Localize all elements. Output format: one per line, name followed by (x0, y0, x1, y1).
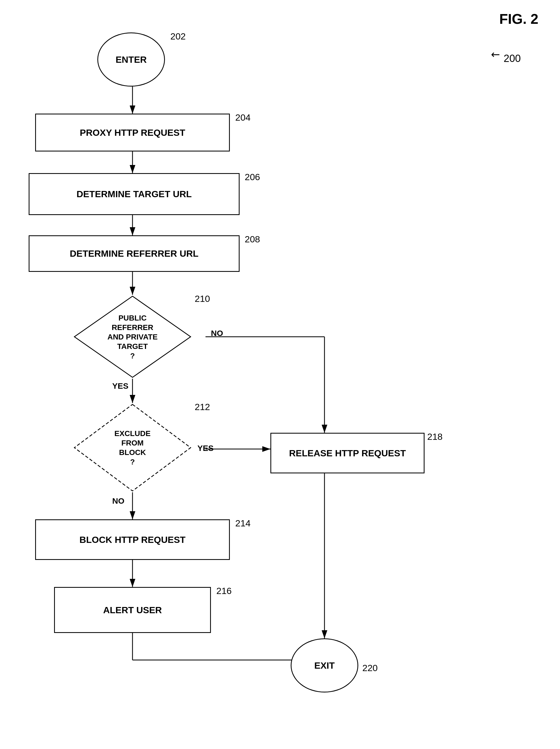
exclude-block-node: EXCLUDEFROMBLOCK? (73, 403, 192, 492)
yes-label-212: YES (197, 444, 214, 453)
ref-200-label: 200 (504, 53, 521, 64)
exit-node: EXIT (291, 638, 358, 692)
public-private-node: PUBLICREFERRERAND PRIVATETARGET? (73, 295, 192, 379)
alert-user-node: ALERT USER (54, 587, 211, 633)
referrer-url-node: DETERMINE REFERRER URL (29, 235, 240, 272)
target-url-node: DETERMINE TARGET URL (29, 173, 240, 215)
ref-218: 218 (427, 431, 443, 442)
no-label-212: NO (112, 496, 124, 506)
figure-label: FIG. 2 (499, 11, 538, 27)
yes-label-210: YES (112, 381, 128, 391)
no-label-210: NO (211, 329, 223, 338)
ref-210: 210 (195, 294, 210, 304)
ref-212: 212 (195, 402, 210, 412)
ref-216: 216 (216, 585, 232, 596)
ref-206: 206 (245, 172, 260, 182)
ref-214: 214 (235, 518, 251, 529)
ref-200-arrow: ↙ (488, 47, 504, 62)
ref-202: 202 (170, 31, 186, 42)
ref-204: 204 (235, 112, 251, 123)
proxy-node: PROXY HTTP REQUEST (35, 114, 230, 151)
release-http-node: RELEASE HTTP REQUEST (271, 433, 425, 473)
enter-node: ENTER (98, 33, 165, 87)
ref-208: 208 (245, 234, 260, 244)
block-http-node: BLOCK HTTP REQUEST (35, 519, 230, 560)
ref-220: 220 (362, 663, 378, 673)
